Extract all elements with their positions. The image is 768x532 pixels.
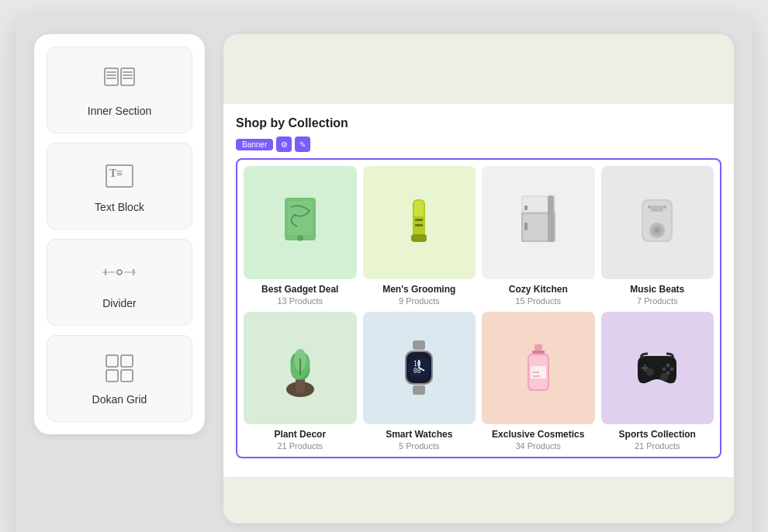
- banner-toolbar: Banner ⚙ ✎: [236, 136, 721, 152]
- toolbar-settings-icon[interactable]: ⚙: [276, 136, 292, 152]
- gadget-count: 13 Products: [277, 296, 323, 306]
- svg-rect-24: [411, 234, 427, 242]
- widget-divider[interactable]: Divider: [47, 239, 192, 326]
- plant-count: 21 Products: [277, 441, 323, 451]
- collection-card-sports[interactable]: Sports Collection 21 Products: [601, 312, 714, 451]
- svg-rect-7: [123, 78, 133, 79]
- kitchen-name: Cozy Kitchen: [509, 284, 568, 295]
- watches-count: 5 Products: [399, 441, 440, 451]
- collection-image-gadget: [244, 166, 357, 279]
- svg-rect-23: [414, 201, 424, 216]
- widget-panel: Inner Section T≡ Text Block: [34, 34, 205, 434]
- inner-section-icon: [102, 63, 137, 97]
- grooming-name: Men's Grooming: [382, 284, 455, 295]
- watches-name: Smart Watches: [386, 429, 452, 440]
- plant-name: Plant Decor: [274, 429, 326, 440]
- svg-rect-3: [106, 74, 116, 76]
- svg-rect-25: [415, 219, 423, 221]
- music-count: 7 Products: [637, 296, 678, 306]
- svg-rect-50: [413, 385, 425, 395]
- preview-panel: Shop by Collection Banner ⚙ ✎: [223, 34, 734, 523]
- bottom-banner: [223, 477, 734, 523]
- collection-image-watches: 10 08: [363, 312, 476, 425]
- svg-text:T≡: T≡: [109, 168, 123, 179]
- sports-count: 21 Products: [635, 441, 680, 451]
- svg-point-71: [646, 368, 654, 376]
- svg-rect-6: [123, 74, 133, 76]
- svg-point-11: [117, 270, 122, 275]
- svg-point-39: [656, 229, 659, 232]
- widget-text-block[interactable]: T≡ Text Block: [47, 143, 192, 230]
- sports-name: Sports Collection: [619, 429, 696, 440]
- collection-card-gadget[interactable]: Best Gadget Deal 13 Products: [244, 166, 357, 306]
- inner-section-label: Inner Section: [88, 105, 152, 117]
- svg-point-72: [660, 373, 668, 381]
- svg-point-70: [662, 368, 666, 371]
- divider-label: Divider: [102, 297, 137, 309]
- text-block-icon: T≡: [102, 159, 137, 193]
- svg-text:spade: spade: [533, 374, 540, 378]
- collection-image-kitchen: [482, 166, 595, 279]
- collection-image-cosmetics: kate spade: [482, 312, 595, 425]
- collection-card-watches[interactable]: 10 08 Smart Watches 5 Products: [363, 312, 476, 451]
- svg-rect-0: [105, 68, 118, 85]
- svg-rect-33: [524, 223, 528, 230]
- svg-rect-17: [106, 370, 118, 382]
- dokan-grid-label: Dokan Grid: [92, 393, 147, 406]
- collection-card-plant[interactable]: Plant Decor 21 Products: [244, 312, 357, 451]
- svg-rect-5: [123, 71, 133, 73]
- widget-inner-section[interactable]: Inner Section: [47, 47, 192, 133]
- svg-point-21: [297, 235, 303, 241]
- svg-point-67: [666, 364, 670, 368]
- svg-rect-58: [534, 344, 542, 351]
- svg-point-42: [663, 206, 666, 209]
- gadget-name: Best Gadget Deal: [261, 284, 338, 295]
- text-block-label: Text Block: [95, 201, 144, 213]
- collection-card-kitchen[interactable]: Cozy Kitchen 15 Products: [482, 166, 595, 306]
- widget-dokan-grid[interactable]: Dokan Grid: [47, 335, 192, 422]
- svg-rect-16: [121, 355, 133, 367]
- svg-rect-26: [415, 224, 423, 226]
- grooming-count: 9 Products: [399, 296, 440, 306]
- cosmetics-name: Exclusive Cosmetics: [492, 429, 584, 440]
- svg-point-41: [648, 206, 651, 209]
- svg-rect-40: [651, 206, 663, 212]
- banner-tag: Banner: [236, 139, 273, 150]
- collection-card-cosmetics[interactable]: kate spade Exclusive Cosmetics 34 Produc…: [482, 312, 595, 451]
- top-banner: [223, 34, 734, 104]
- svg-rect-34: [548, 195, 554, 242]
- collections-grid: Best Gadget Deal 13 Products: [236, 158, 721, 458]
- svg-rect-18: [121, 370, 133, 382]
- divider-icon: [102, 255, 137, 289]
- svg-rect-15: [106, 355, 118, 367]
- collection-card-music[interactable]: Music Beats 7 Products: [601, 166, 714, 306]
- svg-rect-32: [524, 206, 528, 210]
- dokan-grid-icon: [102, 351, 137, 385]
- collection-image-plant: [244, 312, 357, 425]
- kitchen-count: 15 Products: [515, 296, 561, 306]
- collection-image-music: [601, 166, 714, 279]
- collection-image-grooming: [363, 166, 476, 279]
- section-title: Shop by Collection: [236, 116, 721, 130]
- collection-image-sports: [601, 312, 714, 425]
- svg-rect-2: [106, 71, 116, 73]
- svg-rect-59: [532, 351, 545, 354]
- svg-rect-49: [413, 340, 425, 350]
- svg-point-68: [670, 368, 674, 371]
- svg-rect-4: [106, 78, 116, 79]
- svg-text:10: 10: [413, 361, 421, 368]
- shop-section: Shop by Collection Banner ⚙ ✎: [223, 104, 734, 471]
- collection-card-grooming[interactable]: Men's Grooming 9 Products: [363, 166, 476, 306]
- svg-rect-1: [121, 68, 134, 85]
- svg-rect-66: [642, 367, 649, 369]
- toolbar-edit-icon[interactable]: ✎: [295, 136, 310, 152]
- main-wrapper: Inner Section T≡ Text Block: [16, 16, 752, 532]
- music-name: Music Beats: [630, 284, 684, 295]
- cosmetics-count: 34 Products: [515, 441, 561, 451]
